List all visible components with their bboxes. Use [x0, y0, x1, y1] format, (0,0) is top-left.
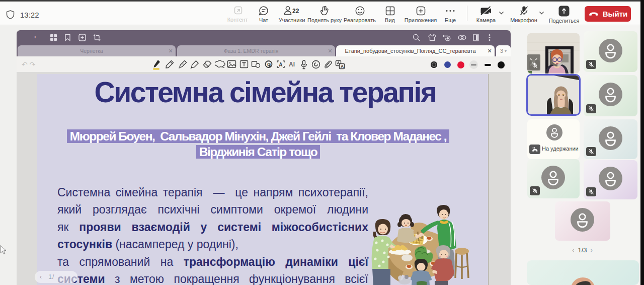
svg-text:22: 22: [292, 8, 299, 15]
svg-text:A: A: [279, 62, 282, 67]
svg-text:Q: Q: [267, 62, 271, 67]
svg-text:A: A: [341, 64, 344, 69]
